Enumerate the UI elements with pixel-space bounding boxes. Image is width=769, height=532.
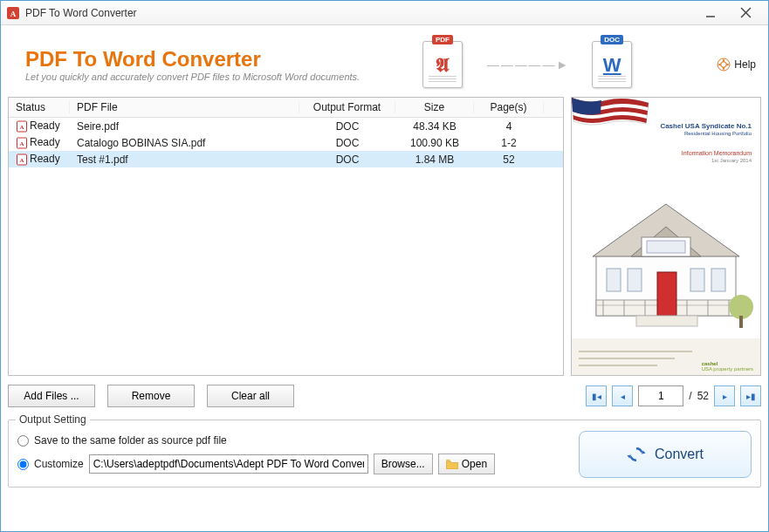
svg-text:A: A — [19, 140, 24, 147]
cell-format: DOC — [299, 153, 395, 166]
cell-pages: 1-2 — [474, 137, 544, 149]
last-page-button[interactable]: ▸▮ — [740, 385, 761, 406]
cell-file: Test #1.pdf — [70, 153, 299, 166]
svg-rect-33 — [739, 316, 743, 328]
file-list[interactable]: Status PDF File Output Format Size Page(… — [8, 97, 564, 376]
svg-rect-22 — [628, 269, 642, 291]
preview-info: Information Memorandum — [682, 150, 752, 156]
pdf-file-icon: PDF 𝕬 — [422, 41, 463, 88]
window-title: PDF To Word Converter — [25, 7, 137, 19]
clear-all-button[interactable]: Clear all — [207, 385, 294, 407]
convert-button[interactable]: Convert — [579, 431, 752, 478]
app-subtitle: Let you quickly and accurately convert P… — [25, 72, 360, 82]
page-input[interactable] — [638, 385, 683, 406]
preview-subtitle: Residential Housing Portfolio — [684, 131, 752, 136]
cell-status: AReady — [9, 153, 70, 166]
same-folder-option[interactable]: Save to the same folder as source pdf fi… — [17, 434, 495, 447]
same-folder-label: Save to the same folder as source pdf fi… — [34, 434, 227, 447]
preview-pane: Cashel USA Syndicate No.1 Residential Ho… — [571, 97, 761, 376]
col-status[interactable]: Status — [9, 101, 70, 113]
svg-text:A: A — [19, 157, 24, 164]
cell-format: DOC — [299, 137, 395, 149]
minimize-button[interactable] — [693, 4, 728, 22]
folder-icon — [446, 460, 458, 469]
cell-size: 100.90 KB — [395, 137, 474, 149]
svg-rect-24 — [711, 269, 725, 291]
close-button[interactable] — [728, 4, 763, 22]
refresh-icon — [627, 445, 646, 464]
svg-text:A: A — [19, 124, 24, 131]
col-file[interactable]: PDF File — [70, 101, 299, 113]
preview-date: 1st January 2014 — [711, 158, 752, 163]
table-row[interactable]: AReadySeire.pdfDOC48.34 KB4 — [9, 118, 563, 134]
flag-icon — [572, 98, 650, 148]
cell-pages: 52 — [474, 153, 544, 166]
cell-file: Catalogo BOBINAS SIA.pdf — [70, 137, 299, 149]
preview-house-icon — [579, 176, 753, 333]
cell-size: 1.84 MB — [395, 153, 474, 166]
header: PDF To Word Converter Let you quickly an… — [8, 31, 761, 97]
svg-rect-17 — [647, 241, 685, 253]
help-icon — [717, 58, 731, 72]
page-navigator: ▮◂ ◂ /52 ▸ ▸▮ — [586, 385, 761, 406]
same-folder-radio[interactable] — [17, 435, 29, 447]
cell-file: Seire.pdf — [70, 120, 299, 133]
help-link[interactable]: Help — [695, 58, 761, 72]
cell-format: DOC — [299, 120, 395, 133]
preview-footer: cashelUSA property partners — [572, 338, 760, 375]
output-legend: Output Setting — [16, 413, 90, 426]
app-title: PDF To Word Converter — [25, 47, 360, 72]
output-setting-group: Output Setting Save to the same folder a… — [8, 419, 761, 488]
svg-rect-21 — [607, 269, 621, 291]
prev-page-button[interactable]: ◂ — [612, 385, 633, 406]
browse-button[interactable]: Browse... — [374, 454, 433, 474]
app-icon: A — [6, 6, 20, 20]
table-row[interactable]: AReadyTest #1.pdfDOC1.84 MB52 — [9, 151, 563, 167]
app-window: A PDF To Word Converter PDF To Word Conv… — [0, 0, 769, 532]
cell-status: AReady — [9, 119, 70, 133]
page-sep: / — [689, 390, 691, 402]
table-header: Status PDF File Output Format Size Page(… — [9, 98, 563, 118]
col-pages[interactable]: Page(s) — [474, 101, 544, 113]
svg-rect-20 — [657, 272, 676, 316]
customize-label: Customize — [34, 458, 84, 470]
customize-option[interactable]: Customize Browse... Open — [17, 454, 495, 474]
output-path-input[interactable] — [89, 454, 368, 474]
first-page-button[interactable]: ▮◂ — [586, 385, 607, 406]
col-format[interactable]: Output Format — [299, 101, 395, 113]
doc-file-icon: DOC W — [592, 41, 632, 88]
preview-title: Cashel USA Syndicate No.1 — [660, 122, 752, 130]
cell-size: 48.34 KB — [395, 120, 474, 133]
help-label: Help — [734, 58, 756, 71]
svg-point-6 — [721, 61, 726, 66]
table-row[interactable]: AReadyCatalogo BOBINAS SIA.pdfDOC100.90 … — [9, 134, 563, 151]
svg-rect-23 — [690, 269, 704, 291]
customize-radio[interactable] — [17, 459, 29, 470]
svg-text:A: A — [10, 10, 17, 18]
arrow-icon: — — — — — ► — [487, 58, 567, 72]
add-files-button[interactable]: Add Files ... — [8, 385, 95, 407]
svg-point-32 — [729, 295, 753, 319]
svg-rect-31 — [636, 316, 697, 326]
col-size[interactable]: Size — [395, 101, 474, 113]
remove-button[interactable]: Remove — [107, 385, 195, 407]
open-button[interactable]: Open — [438, 454, 495, 474]
title-bar: A PDF To Word Converter — [1, 1, 768, 25]
page-total: 52 — [697, 390, 709, 402]
cell-status: AReady — [9, 136, 70, 149]
cell-pages: 4 — [474, 120, 544, 133]
next-page-button[interactable]: ▸ — [714, 385, 735, 406]
